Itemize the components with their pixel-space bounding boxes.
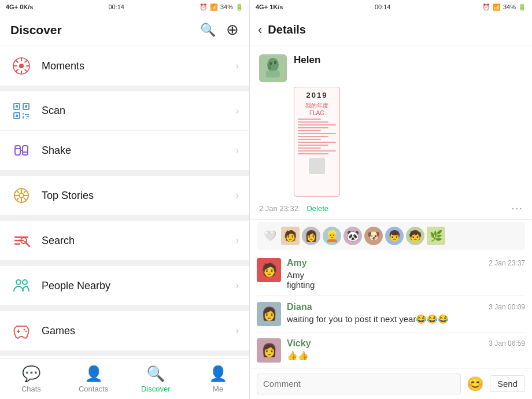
add-icon[interactable]: ⊕	[226, 21, 239, 39]
left-status-right: ⏰ 📶 34% 🔋	[200, 3, 243, 11]
svg-line-9	[16, 69, 18, 72]
right-battery-icon: 🔋	[518, 3, 526, 11]
svg-point-27	[19, 193, 24, 198]
line-12	[298, 150, 336, 152]
nav-item-discover[interactable]: 🔍 Discover	[132, 365, 179, 393]
menu-item-scan[interactable]: Scan ›	[0, 91, 249, 131]
top-stories-section: Top Stories ›	[0, 176, 249, 215]
menu-item-people-nearby[interactable]: People Nearby ›	[0, 266, 249, 305]
svg-rect-47	[266, 71, 280, 77]
svg-rect-23	[23, 146, 28, 155]
me-label: Me	[213, 385, 223, 393]
svg-point-34	[23, 280, 27, 285]
right-alarm-icon: ⏰	[482, 3, 490, 11]
post-username: Helen	[294, 54, 320, 66]
games-icon	[10, 320, 32, 342]
bottom-nav: 💬 Chats 👤 Contacts 🔍 Discover 👤 Me	[0, 359, 249, 399]
svg-rect-22	[15, 148, 20, 149]
menu-item-games[interactable]: Games ›	[0, 311, 249, 350]
amy-text: Amyfighting	[287, 270, 525, 290]
moments-section: Moments ›	[0, 46, 249, 86]
like-heart-icon[interactable]: 🤍	[264, 230, 276, 242]
post-card-year: 2019	[306, 91, 328, 99]
svg-rect-24	[23, 152, 28, 153]
back-button[interactable]: ‹	[258, 23, 262, 38]
line-11	[298, 147, 321, 149]
svg-line-6	[16, 60, 18, 62]
moments-icon	[10, 55, 32, 77]
details-title: Details	[268, 23, 306, 36]
post-image-area: 2019 我的年度FLAG	[294, 87, 523, 197]
search-section: Search ›	[0, 221, 249, 260]
emoji-button[interactable]: 😊	[467, 376, 484, 392]
comment-amy: 🧑 Amy 2 Jan 23:37 Amyfighting	[257, 252, 525, 296]
like-avatar-7: 🧒	[406, 227, 424, 245]
post-divider	[250, 219, 532, 220]
chats-icon: 💬	[22, 365, 40, 383]
moments-arrow: ›	[236, 61, 239, 71]
diana-text: waiting for you to post it next year😂😂😂	[287, 314, 525, 324]
divider-1	[0, 86, 249, 91]
right-header: ‹ Details	[250, 14, 532, 46]
delete-button[interactable]: Delete	[306, 204, 328, 213]
right-time: 00:14	[375, 3, 391, 10]
amy-time: 2 Jan 23:37	[489, 259, 525, 267]
left-network: 4G+ 0K/s	[6, 3, 33, 10]
right-network: 4G+ 1K/s	[256, 3, 283, 10]
svg-point-45	[274, 61, 276, 64]
more-button[interactable]: ···	[511, 201, 523, 215]
like-avatar-5: 🐶	[364, 227, 383, 245]
svg-point-1	[19, 64, 24, 68]
diana-name-row: Diana 3 Jan 00:09	[287, 302, 525, 312]
svg-point-33	[16, 280, 21, 285]
post-card-subtitle: 我的年度FLAG	[298, 102, 336, 116]
discover-title: Discover	[10, 23, 62, 37]
svg-rect-13	[25, 105, 27, 108]
header-icons: 🔍 ⊕	[200, 21, 239, 39]
send-button[interactable]: Send	[490, 375, 525, 392]
people-nearby-label: People Nearby	[42, 280, 236, 292]
line-1	[298, 119, 321, 120]
people-nearby-arrow: ›	[236, 280, 239, 291]
left-status-bar: 4G+ 0K/s 00:14 ⏰ 📶 34% 🔋	[0, 0, 249, 14]
nav-item-contacts[interactable]: 👤 Contacts	[71, 365, 117, 393]
search-icon[interactable]: 🔍	[200, 23, 216, 38]
menu-item-top-stories[interactable]: Top Stories ›	[0, 176, 249, 215]
like-avatar-6: 👦	[385, 227, 404, 245]
nav-item-me[interactable]: 👤 Me	[195, 365, 241, 393]
svg-line-8	[25, 60, 27, 62]
svg-rect-15	[16, 114, 18, 117]
people-nearby-section: People Nearby ›	[0, 266, 249, 305]
discover-nav-label: Discover	[141, 385, 171, 393]
menu-item-search[interactable]: Search ›	[0, 221, 249, 260]
contacts-label: Contacts	[79, 385, 108, 393]
menu-item-shake[interactable]: Shake ›	[0, 131, 249, 170]
like-avatar-2: 👩	[302, 227, 320, 245]
menu-item-moments[interactable]: Moments ›	[0, 46, 249, 86]
svg-point-46	[268, 64, 271, 70]
line-13	[298, 153, 328, 154]
vicky-avatar: 👩	[257, 338, 281, 363]
like-avatar-8: 🌿	[427, 227, 445, 245]
divider-4	[0, 260, 249, 266]
divider-6	[0, 350, 249, 356]
games-label: Games	[42, 325, 236, 337]
scan-section: Scan › Shake ›	[0, 91, 249, 170]
line-9	[298, 142, 336, 143]
right-wifi-icon: 📶	[493, 3, 501, 11]
moments-label: Moments	[42, 60, 236, 72]
post-avatar	[259, 54, 287, 82]
amy-name-row: Amy 2 Jan 23:37	[287, 258, 525, 268]
comment-input-field[interactable]	[257, 374, 461, 394]
comment-diana: 👩 Diana 3 Jan 00:09 waiting for you to p…	[257, 296, 525, 332]
post-timestamp: 2 Jan 23:32	[259, 204, 298, 213]
top-stories-arrow: ›	[236, 190, 239, 201]
right-status-left: 4G+ 1K/s	[256, 3, 283, 10]
right-status-bar: 4G+ 1K/s 00:14 ⏰ 📶 34% 🔋	[250, 0, 532, 14]
scan-icon	[10, 100, 32, 122]
amy-name: Amy	[287, 258, 307, 268]
nav-item-chats[interactable]: 💬 Chats	[8, 365, 54, 393]
post-header: Helen	[259, 54, 523, 82]
vicky-name: Vicky	[287, 338, 311, 349]
post-area: Helen 2019 我的年度FLAG	[250, 46, 532, 219]
